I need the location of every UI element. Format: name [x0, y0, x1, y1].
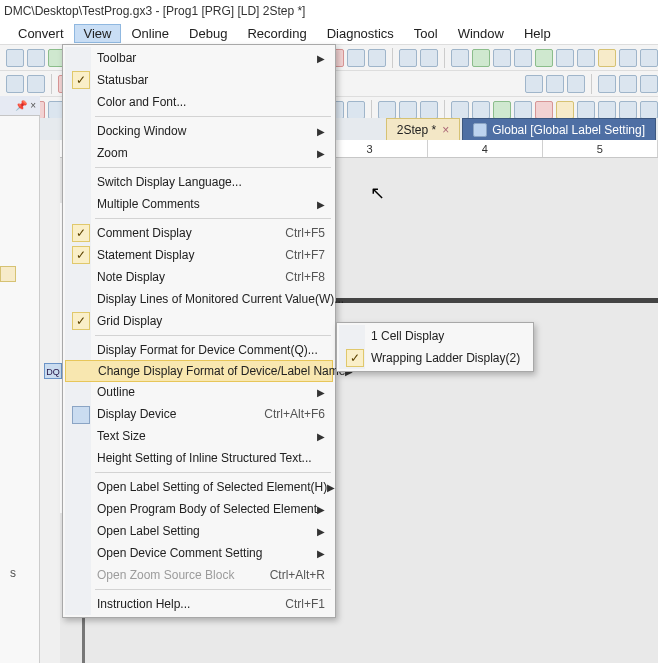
menu-tool[interactable]: Tool [404, 24, 448, 43]
tb-icon[interactable] [451, 101, 469, 119]
tb-icon[interactable] [598, 101, 616, 119]
menu-item[interactable]: Instruction Help...Ctrl+F1 [65, 593, 333, 615]
menu-item[interactable]: Docking Window▶ [65, 120, 333, 142]
menu-item[interactable]: Display DeviceCtrl+Alt+F6 [65, 403, 333, 425]
tb-icon[interactable] [472, 49, 490, 67]
submenu-arrow-icon: ▶ [317, 504, 325, 515]
menu-item[interactable]: Display Lines of Monitored Current Value… [65, 288, 333, 310]
menu-item[interactable]: Text Size▶ [65, 425, 333, 447]
tb-icon[interactable] [535, 49, 553, 67]
menu-convert[interactable]: Convert [8, 24, 74, 43]
pin-icon[interactable]: 📌 [15, 100, 27, 111]
menu-item-label: Statusbar [97, 73, 148, 87]
menu-shortcut: Ctrl+Alt+F6 [264, 407, 325, 421]
tb-icon[interactable] [514, 49, 532, 67]
undo-icon[interactable] [399, 49, 417, 67]
tb-icon[interactable] [598, 49, 616, 67]
submenu-arrow-icon: ▶ [317, 53, 325, 64]
menu-item[interactable]: Color and Font... [65, 91, 333, 113]
close-icon[interactable]: × [30, 100, 36, 111]
tb-icon[interactable] [598, 75, 616, 93]
menu-item-label: Text Size [97, 429, 146, 443]
menu-item-label: Change Display Format of Device/Label Na… [98, 364, 345, 378]
cursor-arrow-icon: ↖ [370, 182, 385, 204]
menu-item[interactable]: Change Display Format of Device/Label Na… [65, 360, 333, 382]
menu-item[interactable]: Outline▶ [65, 381, 333, 403]
tb-icon[interactable] [451, 49, 469, 67]
menu-item[interactable]: Height Setting of Inline Structured Text… [65, 447, 333, 469]
menu-item[interactable]: Note DisplayCtrl+F8 [65, 266, 333, 288]
tb-icon[interactable] [546, 75, 564, 93]
redo-icon[interactable] [420, 49, 438, 67]
menu-item[interactable]: Open Program Body of Selected Element▶ [65, 498, 333, 520]
tb-icon[interactable] [567, 75, 585, 93]
tb-icon[interactable] [556, 49, 574, 67]
menu-item[interactable]: Open Label Setting of Selected Element(H… [65, 476, 333, 498]
tb-icon[interactable] [420, 101, 438, 119]
menu-separator [95, 167, 331, 168]
menu-item-label: Docking Window [97, 124, 186, 138]
copy-icon[interactable] [347, 49, 365, 67]
tb-icon[interactable] [577, 101, 595, 119]
tb-icon[interactable] [640, 75, 658, 93]
close-icon[interactable]: × [442, 123, 449, 137]
menu-item[interactable]: Display Format for Device Comment(Q)... [65, 339, 333, 361]
tb-icon[interactable] [27, 75, 45, 93]
tb-icon[interactable] [472, 101, 490, 119]
menu-window[interactable]: Window [448, 24, 514, 43]
tb-icon[interactable] [640, 101, 658, 119]
tb-icon[interactable] [556, 101, 574, 119]
submenu-item[interactable]: Wrapping Ladder Display(2) [339, 347, 531, 369]
sidebar-label: s [10, 566, 16, 580]
tb-icon[interactable] [6, 49, 24, 67]
tb-icon[interactable] [525, 75, 543, 93]
tb-icon[interactable] [6, 75, 24, 93]
tb-icon[interactable] [347, 101, 365, 119]
tb-icon[interactable] [535, 101, 553, 119]
folder-icon[interactable] [0, 266, 16, 282]
menu-item[interactable]: Switch Display Language... [65, 171, 333, 193]
tb-icon[interactable] [577, 49, 595, 67]
menu-item[interactable]: Open Device Comment Setting▶ [65, 542, 333, 564]
tab-2step[interactable]: 2Step * × [386, 118, 460, 140]
menu-item[interactable]: Statement DisplayCtrl+F7 [65, 244, 333, 266]
menu-view[interactable]: View [74, 24, 122, 43]
menu-item[interactable]: Statusbar [65, 69, 333, 91]
menu-item: Open Zoom Source BlockCtrl+Alt+R [65, 564, 333, 586]
tb-icon[interactable] [619, 75, 637, 93]
menu-separator [95, 116, 331, 117]
menu-item[interactable]: Open Label Setting▶ [65, 520, 333, 542]
menu-item-label: Multiple Comments [97, 197, 200, 211]
tb-icon[interactable] [27, 49, 45, 67]
tb-icon[interactable] [378, 101, 396, 119]
menu-shortcut: Ctrl+F5 [285, 226, 325, 240]
menu-separator [95, 335, 331, 336]
menu-online[interactable]: Online [121, 24, 179, 43]
tb-icon[interactable] [493, 101, 511, 119]
tb-icon[interactable] [619, 49, 637, 67]
menu-item[interactable]: Comment DisplayCtrl+F5 [65, 222, 333, 244]
submenu-item[interactable]: 1 Cell Display [339, 325, 531, 347]
view-menu-dropdown: Toolbar▶StatusbarColor and Font...Dockin… [62, 44, 336, 618]
menu-item[interactable]: Grid Display [65, 310, 333, 332]
tb-icon[interactable] [514, 101, 532, 119]
tb-icon[interactable] [399, 101, 417, 119]
tb-icon[interactable] [493, 49, 511, 67]
menu-help[interactable]: Help [514, 24, 561, 43]
menu-item-label: Outline [97, 385, 135, 399]
menu-bar: ConvertViewOnlineDebugRecordingDiagnosti… [0, 22, 658, 44]
paste-icon[interactable] [368, 49, 386, 67]
menu-item[interactable]: Multiple Comments▶ [65, 193, 333, 215]
device-icon[interactable]: DQ [44, 363, 62, 379]
menu-debug[interactable]: Debug [179, 24, 237, 43]
menu-item-label: Switch Display Language... [97, 175, 242, 189]
menu-recording[interactable]: Recording [237, 24, 316, 43]
submenu-arrow-icon: ▶ [317, 431, 325, 442]
menu-item-label: Statement Display [97, 248, 194, 262]
tb-icon[interactable] [619, 101, 637, 119]
menu-diagnostics[interactable]: Diagnostics [317, 24, 404, 43]
tab-global[interactable]: Global [Global Label Setting] [462, 118, 656, 140]
menu-item[interactable]: Toolbar▶ [65, 47, 333, 69]
menu-item[interactable]: Zoom▶ [65, 142, 333, 164]
tb-icon[interactable] [640, 49, 658, 67]
